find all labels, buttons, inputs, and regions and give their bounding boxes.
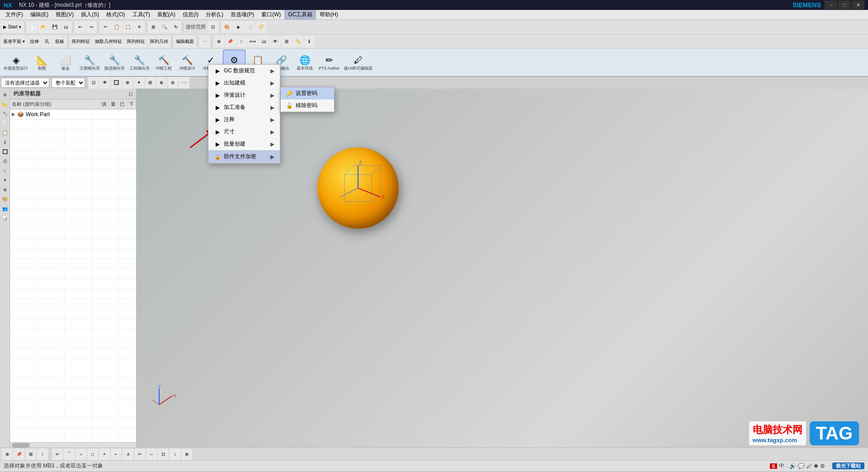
snap-btn[interactable]: ⊡: [208, 21, 218, 33]
bottom-fit-btn[interactable]: ⊞: [25, 448, 36, 460]
bottom-chamfer-btn[interactable]: ∧: [123, 448, 133, 460]
bottom-more-btn[interactable]: ⊕: [181, 448, 192, 460]
filter-snap2-btn[interactable]: ⊚: [167, 77, 178, 89]
layer-btn[interactable]: 🗂: [259, 36, 269, 47]
info-btn[interactable]: ℹ: [304, 36, 315, 47]
bottom-curve1-btn[interactable]: ⌒: [64, 448, 75, 460]
menu-info[interactable]: 信息(I): [179, 10, 202, 20]
filter-meas2-btn[interactable]: ⊗: [156, 77, 167, 89]
menu-file[interactable]: 文件(F): [2, 10, 27, 20]
sym-btn[interactable]: ⟺: [247, 36, 258, 47]
trans-btn[interactable]: ↕: [236, 36, 247, 47]
sidebar-icon-7[interactable]: 🔲: [1, 147, 9, 156]
zoom-btn[interactable]: 🔍: [159, 21, 170, 33]
dropdown-build-model[interactable]: ▶ 出知建模 ▶: [208, 77, 280, 89]
submenu-remove-password[interactable]: 🔓 移除密码: [281, 99, 334, 112]
bottom-cross-btn[interactable]: +: [99, 448, 110, 460]
bottom-trim-btn[interactable]: ✂: [134, 448, 145, 460]
sidebar-icon-14[interactable]: 📊: [1, 214, 9, 222]
bottom-constraint-btn[interactable]: ⊡: [158, 448, 169, 460]
dropdown-batch[interactable]: ▶ 批量创建 ▶: [208, 138, 280, 150]
sidebar-icon-5[interactable]: 📋: [1, 128, 9, 137]
sheet-metal-btn[interactable]: ⬜ 钣金: [54, 50, 77, 76]
die-design-btn[interactable]: 🔨 冲模设计: [176, 50, 198, 76]
filter-snap-btn[interactable]: ⊡: [88, 77, 99, 89]
sidebar-icon-10[interactable]: ✦: [1, 176, 9, 184]
dropdown-note[interactable]: ▶ 注释 ▶: [208, 113, 280, 126]
dropdown-part-encrypt[interactable]: 🔒 部件文件加密 ▶: [208, 151, 280, 163]
filter-vis-btn[interactable]: 👁: [99, 77, 110, 89]
sidebar-icon-9[interactable]: ↕: [1, 166, 9, 175]
injection-mold-btn[interactable]: 🔧 注塑模向导: [78, 50, 102, 76]
array-feat-btn[interactable]: 阵列特征: [70, 36, 92, 47]
sidebar-icon-6[interactable]: ℹ: [1, 138, 9, 146]
array-geo-btn[interactable]: 阵列几何: [148, 36, 170, 47]
filter-move2-btn[interactable]: ✦: [133, 77, 144, 89]
more-tools-btn[interactable]: ⋯: [199, 36, 210, 47]
rib-btn[interactable]: 筋板: [53, 36, 66, 47]
redo-btn[interactable]: ↪: [86, 21, 97, 33]
save-all-btn[interactable]: 🗂: [61, 21, 71, 33]
delete-btn[interactable]: ✕: [134, 21, 145, 33]
start-button[interactable]: ▶ Start ▾: [1, 21, 24, 33]
nav-scrollbar[interactable]: [10, 442, 136, 448]
submenu-set-password[interactable]: 🔑 设置密码: [281, 87, 334, 99]
bottom-move-btn[interactable]: ↕: [37, 448, 48, 460]
edit-section-btn[interactable]: 编辑截面: [174, 36, 196, 47]
family-ui-btn[interactable]: 🖊 族UI样式编辑器: [342, 50, 374, 76]
hole-btn[interactable]: 孔: [42, 36, 52, 47]
bottom-select-btn[interactable]: ⊕: [2, 448, 13, 460]
minimize-button[interactable]: －: [825, 0, 837, 9]
bottom-dim-btn[interactable]: ↕: [170, 448, 180, 460]
datum-plane-btn[interactable]: 基准平面 ▾: [1, 36, 27, 47]
filter-select-1[interactable]: 没有选择过滤器: [1, 78, 49, 88]
orient-btn[interactable]: 🧭: [255, 21, 266, 33]
navigator-expand-btn[interactable]: □: [129, 91, 132, 97]
basic-env-btn[interactable]: 🌐 基本环境: [293, 50, 316, 76]
menu-view[interactable]: 视图(V): [52, 10, 77, 20]
fit-btn[interactable]: ⊞: [148, 21, 159, 33]
sidebar-icon-1[interactable]: ⊕: [1, 90, 9, 99]
drafting-btn[interactable]: 📐 制图: [31, 50, 53, 76]
dropdown-add-tools[interactable]: ▶ 加工准备 ▶: [208, 101, 280, 113]
save-btn[interactable]: 💾: [49, 21, 60, 33]
maximize-button[interactable]: □: [838, 0, 851, 9]
ref-btn[interactable]: ⊞: [281, 36, 292, 47]
filter-orient-btn[interactable]: 🔲: [111, 77, 122, 89]
menu-edit[interactable]: 编辑(E): [27, 10, 52, 20]
exterior-design-btn[interactable]: ◈ 外观造型设计: [2, 50, 30, 76]
sidebar-icon-8[interactable]: ⊡: [1, 157, 9, 165]
menu-gc-tools[interactable]: GC工具箱: [284, 10, 316, 20]
edge-btn[interactable]: ⬜: [244, 21, 255, 33]
filter-more-btn[interactable]: ⋯: [179, 77, 189, 89]
filter-select-2[interactable]: 整个装配: [52, 78, 85, 88]
bottom-undo-btn[interactable]: ↩: [52, 448, 63, 460]
open-btn[interactable]: 📂: [38, 21, 49, 33]
filter-assem-btn[interactable]: ⊞: [145, 77, 156, 89]
undo-btn[interactable]: ↩: [75, 21, 85, 33]
vis-btn[interactable]: 👁: [270, 36, 281, 47]
eng-mold-btn[interactable]: 🔧 工程模向导: [127, 50, 151, 76]
sidebar-icon-13[interactable]: 👥: [1, 204, 9, 212]
sidebar-icon-2[interactable]: 📐: [1, 100, 9, 108]
close-button[interactable]: ✕: [852, 0, 864, 9]
rotate-btn[interactable]: ↻: [170, 21, 181, 33]
submenu[interactable]: 🔑 设置密码 🔓 移除密码: [280, 87, 335, 112]
move-btn[interactable]: ⊕: [213, 36, 224, 47]
array-feat2-btn[interactable]: 阵列特征: [125, 36, 147, 47]
sidebar-icon-3[interactable]: 🔧: [1, 109, 9, 118]
new-btn[interactable]: 📄: [27, 21, 38, 33]
render-btn[interactable]: 🎨: [222, 21, 232, 33]
die-eng-btn[interactable]: 🔨 冲模工程: [152, 50, 175, 76]
dropdown-dimension[interactable]: ▶ 尺寸 ▶: [208, 126, 280, 138]
cut-btn[interactable]: ✂: [100, 21, 111, 33]
sidebar-icon-4[interactable]: ⬜: [1, 119, 9, 127]
bottom-snap-btn[interactable]: 📌: [14, 448, 24, 460]
meas-btn[interactable]: 📏: [292, 36, 303, 47]
dropdown-gc-data[interactable]: ▶ GC 数据规范 ▶: [208, 65, 280, 77]
menu-pref[interactable]: 首选项(P): [227, 10, 258, 20]
bottom-arc-btn[interactable]: ○: [75, 448, 86, 460]
pts-author-btn[interactable]: ✏ PTS Author: [317, 50, 341, 76]
menu-insert[interactable]: 插入(S): [77, 10, 103, 20]
bottom-rect-btn[interactable]: □: [87, 448, 98, 460]
